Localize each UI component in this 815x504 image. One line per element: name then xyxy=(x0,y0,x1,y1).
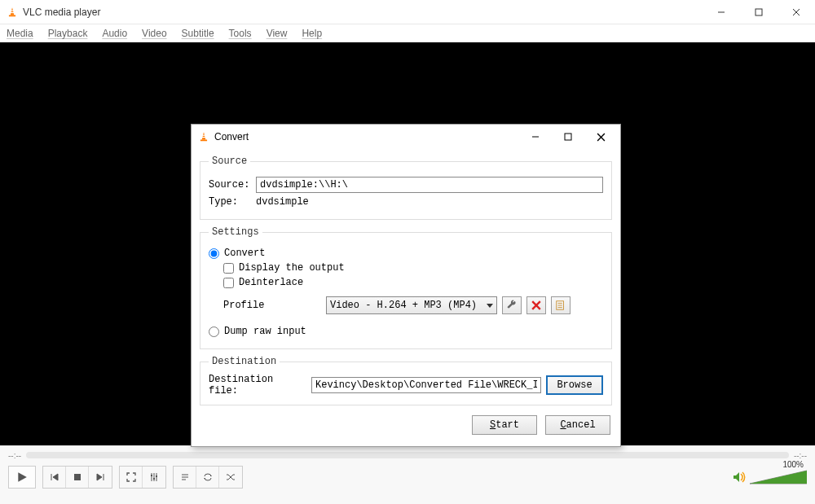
playlist-group xyxy=(173,466,243,489)
volume-percent: 100% xyxy=(782,460,804,469)
new-profile-icon xyxy=(555,300,566,311)
edit-profile-button[interactable] xyxy=(502,296,522,314)
volume-slider[interactable] xyxy=(750,469,807,485)
time-total-placeholder: --:-- xyxy=(794,451,807,460)
svg-rect-2 xyxy=(9,15,15,16)
svg-rect-11 xyxy=(565,134,571,140)
extended-settings-button[interactable] xyxy=(143,467,165,488)
shuffle-button[interactable] xyxy=(219,467,242,488)
dump-raw-radio[interactable] xyxy=(209,327,219,337)
deinterlace-label: Deinterlace xyxy=(239,277,303,288)
deinterlace-checkbox[interactable] xyxy=(223,278,234,288)
convert-dialog: Convert Source Source: xyxy=(191,124,621,447)
start-button-rest: tart xyxy=(496,419,519,431)
previous-button[interactable] xyxy=(43,467,66,488)
profile-value: Video - H.264 + MP3 (MP4) xyxy=(330,300,477,311)
svg-rect-0 xyxy=(11,10,14,11)
type-label: Type: xyxy=(209,196,249,208)
video-area: Convert Source Source: xyxy=(0,42,815,445)
play-icon xyxy=(16,471,28,483)
wrench-icon xyxy=(506,300,518,311)
svg-rect-9 xyxy=(200,140,207,142)
settings-fieldset: Settings Convert Display the output Dein… xyxy=(200,226,612,349)
stop-icon xyxy=(73,473,82,481)
start-button[interactable]: Start xyxy=(472,415,537,435)
svg-rect-1 xyxy=(11,12,14,13)
play-button[interactable] xyxy=(8,466,36,489)
maximize-button[interactable] xyxy=(740,0,778,24)
dialog-title: Convert xyxy=(214,131,249,142)
menu-help[interactable]: Help xyxy=(302,28,322,39)
playlist-button[interactable] xyxy=(174,467,196,488)
browse-button[interactable]: Browse xyxy=(546,375,603,395)
cancel-button-rest: ancel xyxy=(566,419,596,431)
menubar: Media Playback Audio Video Subtitle Tool… xyxy=(0,24,815,42)
dump-raw-label: Dump raw input xyxy=(224,326,306,337)
menu-view[interactable]: View xyxy=(267,28,288,39)
time-elapsed-placeholder: --:-- xyxy=(8,451,21,460)
view-group xyxy=(119,466,166,489)
source-legend: Source xyxy=(209,156,250,167)
delete-profile-button[interactable] xyxy=(526,296,546,314)
shuffle-icon xyxy=(226,472,236,482)
next-button[interactable] xyxy=(89,467,112,488)
profile-select[interactable]: Video - H.264 + MP3 (MP4) xyxy=(326,296,497,314)
convert-radio[interactable] xyxy=(209,248,219,259)
svg-rect-8 xyxy=(202,137,205,138)
svg-rect-26 xyxy=(156,476,157,477)
destination-file-label: Destination file: xyxy=(209,374,306,397)
new-profile-button[interactable] xyxy=(551,296,570,314)
main-window-title: VLC media player xyxy=(23,7,100,18)
menu-subtitle[interactable]: Subtitle xyxy=(182,28,214,39)
dialog-maximize-button[interactable] xyxy=(552,125,584,148)
skip-back-icon xyxy=(50,472,59,482)
dialog-minimize-button[interactable] xyxy=(519,125,552,148)
loop-icon xyxy=(203,472,213,482)
svg-rect-4 xyxy=(756,9,762,15)
convert-radio-label: Convert xyxy=(224,248,265,259)
stop-button[interactable] xyxy=(66,467,89,488)
cancel-button[interactable]: Cancel xyxy=(545,415,610,435)
speaker-icon[interactable] xyxy=(732,471,747,484)
seek-bar[interactable]: --:-- --:-- xyxy=(8,451,807,459)
close-button[interactable] xyxy=(778,0,815,24)
type-value: dvdsimple xyxy=(256,196,309,208)
fullscreen-button[interactable] xyxy=(120,467,143,488)
menu-media[interactable]: Media xyxy=(7,28,33,39)
destination-legend: Destination xyxy=(209,356,280,367)
chevron-down-icon xyxy=(487,304,493,308)
vlc-cone-icon xyxy=(7,7,18,18)
svg-rect-20 xyxy=(74,474,81,480)
menu-video[interactable]: Video xyxy=(142,28,166,39)
delete-x-icon xyxy=(531,300,541,310)
volume-area: 100% xyxy=(732,469,807,485)
dialog-close-button[interactable] xyxy=(584,125,617,148)
svg-rect-7 xyxy=(202,135,205,136)
menu-audio[interactable]: Audio xyxy=(102,28,127,39)
menu-tools[interactable]: Tools xyxy=(229,28,252,39)
source-fieldset: Source Source: Type: dvdsimple xyxy=(200,156,612,220)
svg-rect-25 xyxy=(153,478,155,480)
minimize-button[interactable] xyxy=(703,0,740,24)
main-titlebar: VLC media player xyxy=(0,0,815,24)
loop-button[interactable] xyxy=(196,467,219,488)
seek-track[interactable] xyxy=(26,452,789,458)
window-controls xyxy=(703,0,815,24)
source-label: Source: xyxy=(209,179,249,191)
sliders-icon xyxy=(149,472,159,482)
skip-forward-icon xyxy=(95,472,105,482)
source-input[interactable] xyxy=(256,177,603,193)
dialog-vlc-cone-icon xyxy=(198,131,209,142)
playlist-icon xyxy=(180,472,190,482)
display-output-checkbox[interactable] xyxy=(223,263,234,274)
menu-playback[interactable]: Playback xyxy=(48,28,88,39)
profile-label: Profile xyxy=(223,300,321,311)
destination-fieldset: Destination Destination file: Browse xyxy=(200,356,612,405)
playback-group xyxy=(42,466,112,489)
svg-rect-24 xyxy=(151,475,152,476)
dialog-titlebar: Convert xyxy=(192,125,620,149)
browse-button-label: Browse xyxy=(557,379,592,391)
display-output-label: Display the output xyxy=(239,262,345,274)
destination-file-input[interactable] xyxy=(311,377,541,393)
settings-legend: Settings xyxy=(209,226,262,238)
